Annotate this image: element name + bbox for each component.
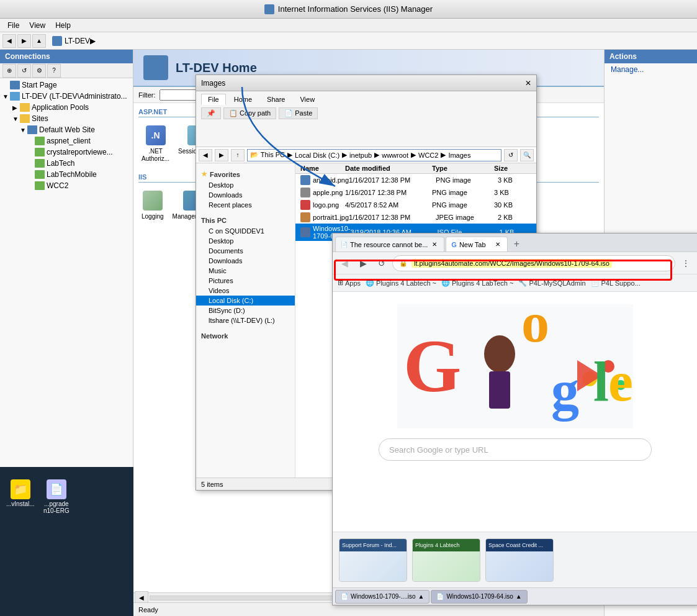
nav-forward-btn[interactable]: ▶ <box>17 34 31 48</box>
menu-help[interactable]: Help <box>50 20 76 31</box>
fe-sidebar-downloads[interactable]: Downloads <box>196 190 295 200</box>
chrome-content: G o g l e <box>333 292 697 587</box>
nav-up-btn[interactable]: ▲ <box>32 34 46 48</box>
fe-tab-view[interactable]: View <box>293 94 322 105</box>
nav-back-btn[interactable]: ◀ <box>2 34 16 48</box>
fe-sidebar-desktop[interactable]: Desktop <box>196 180 295 190</box>
sites-label: Sites <box>32 114 48 123</box>
fe-column-header: Name Date modified Type Size <box>295 163 536 174</box>
fe-pin-btn[interactable]: 📌 <box>201 107 221 119</box>
tree-item-wcc2[interactable]: WCC2 <box>0 180 133 191</box>
fe-tab-share[interactable]: Share <box>260 94 292 105</box>
tree-item-crystal[interactable]: crystalreportviewe... <box>0 147 133 158</box>
fe-network-group: Network <box>196 328 295 344</box>
fe-search-btn[interactable]: 🔍 <box>520 149 534 161</box>
tree-item-server[interactable]: ▼ LT-DEV (LT-DEV\Administrato... <box>0 91 133 102</box>
chrome-reload-btn[interactable]: ↺ <box>374 255 390 271</box>
menu-view[interactable]: View <box>24 20 50 31</box>
suppo-icon: 📄 <box>591 279 600 287</box>
action-manage[interactable]: Manage... <box>605 63 697 76</box>
thumb-support-img <box>340 551 407 582</box>
tree-item-apppools[interactable]: ▶ Application Pools <box>0 102 133 113</box>
tree-item-defaultsite[interactable]: ▼ Default Web Site <box>0 124 133 135</box>
fe-sidebar-squiddev[interactable]: C on SQUIDDEV1 <box>196 226 295 236</box>
defaultsite-label: Default Web Site <box>39 125 95 134</box>
desktop-icon-0[interactable]: 📁 ...vInstal... <box>6 479 35 507</box>
desktop-icon-1[interactable]: 📄 ...pgraden10-ERG <box>43 479 70 514</box>
conn-refresh-btn[interactable]: ↺ <box>17 64 31 78</box>
table-row[interactable]: android.png 1/16/2017 12:38 PM PNG image… <box>295 174 536 186</box>
chrome-address-bar[interactable]: 🔒 lt.plugins4automate.com/WCC2/Images/Wi… <box>392 255 675 271</box>
chrome-toolbar: ◀ ▶ ↺ 🔒 lt.plugins4automate.com/WCC2/Ima… <box>333 252 697 274</box>
conn-help-btn[interactable]: ? <box>47 64 61 78</box>
bookmark-suppo[interactable]: 📄 P4L Suppo... <box>591 279 641 287</box>
tree-item-labtechmobile[interactable]: LabTechMobile <box>0 169 133 180</box>
menu-file[interactable]: File <box>2 20 24 31</box>
fe-sidebar-desktop2[interactable]: Desktop <box>196 236 295 246</box>
fe-sidebar-documents[interactable]: Documents <box>196 246 295 256</box>
fe-sidebar-localdisk[interactable]: Local Disk (C:) <box>196 296 295 306</box>
file-date-3: 1/16/2017 12:38 PM <box>349 214 436 221</box>
tree-item-aspnet[interactable]: aspnet_client <box>0 135 133 147</box>
chrome-forward-btn[interactable]: ▶ <box>355 255 371 271</box>
fe-sidebar-pictures[interactable]: Pictures <box>196 276 295 286</box>
chrome-new-tab-btn[interactable]: + <box>509 237 524 251</box>
fe-paste-btn[interactable]: 📄 Paste <box>279 107 318 119</box>
fe-path-part6: Images <box>448 152 470 159</box>
bookmark-apps[interactable]: ⊞ Apps <box>338 279 361 287</box>
fe-tab-file[interactable]: File <box>201 94 226 105</box>
chrome-tab-0[interactable]: 📄 The resource cannot be... ✕ <box>335 237 444 251</box>
svg-text:o: o <box>521 304 549 353</box>
chrome-tab-close-1[interactable]: ✕ <box>493 240 502 249</box>
plugins2-icon: 🌐 <box>441 279 450 287</box>
bookmark-plugins1[interactable]: 🌐 Plugins 4 Labtech ~ <box>366 279 436 287</box>
dotnet-auth-btn[interactable]: .N .NETAuthoriz... <box>138 120 173 168</box>
logging-btn[interactable]: Logging <box>138 185 167 233</box>
fe-sidebar-music[interactable]: Music <box>196 266 295 276</box>
fe-sidebar-bitsync[interactable]: BitSync (D:) <box>196 306 295 315</box>
thumb-spacecoast-header: Space Coast Credit ... <box>486 539 553 551</box>
chrome-tab-1[interactable]: G New Tab ✕ <box>446 237 508 251</box>
bookmark-apps-label: Apps <box>345 279 361 287</box>
fe-sidebar-recent[interactable]: Recent places <box>196 200 295 210</box>
breadcrumb-server[interactable]: LT-DEV <box>65 37 90 45</box>
fe-close-btn[interactable]: ✕ <box>525 79 531 88</box>
svg-text:l: l <box>593 351 609 412</box>
chrome-menu-btn[interactable]: ⋮ <box>678 255 694 271</box>
bookmark-plugins2[interactable]: 🌐 Plugins 4 LabTech ~ <box>441 279 513 287</box>
fe-back-btn[interactable]: ◀ <box>199 149 212 161</box>
thumb-spacecoast[interactable]: Space Coast Credit ... <box>485 538 554 582</box>
tree-item-startpage[interactable]: Start Page <box>0 79 133 91</box>
svg-rect-3 <box>489 371 510 409</box>
chrome-bottom-tab-0[interactable]: 📄 Windows10-1709-....iso ▲ <box>335 590 429 604</box>
tree-item-labtech[interactable]: LabTech <box>0 158 133 169</box>
fe-forward-btn[interactable]: ▶ <box>215 149 228 161</box>
fe-address[interactable]: 📂 This PC ▶ Local Disk (C:) ▶ inetpub ▶ … <box>247 149 501 161</box>
chrome-tab-close-0[interactable]: ✕ <box>430 240 439 249</box>
conn-settings-btn[interactable]: ⚙ <box>32 64 46 78</box>
thumb-support[interactable]: Support Forum - Ind... <box>339 538 407 582</box>
fe-sidebar-downloads2[interactable]: Downloads <box>196 256 295 266</box>
doodle-svg: G o g l e <box>397 304 633 428</box>
google-search-placeholder: Search Google or type URL <box>389 445 488 455</box>
thumb-plugins[interactable]: Plugins 4 Labtech <box>412 538 480 582</box>
fe-copy-btn[interactable]: 📋 Copy path <box>223 107 276 119</box>
chrome-title-bar: 📄 The resource cannot be... ✕ G New Tab … <box>333 233 697 252</box>
table-row[interactable]: logo.png 4/5/2017 8:52 AM PNG image 30 K… <box>295 199 536 211</box>
google-search-box[interactable]: Search Google or type URL <box>379 438 652 461</box>
bookmark-mysql[interactable]: 🔧 P4L-MySQLAdmin <box>518 279 585 287</box>
fe-sidebar-videos[interactable]: Videos <box>196 286 295 296</box>
conn-add-btn[interactable]: ⊕ <box>2 64 16 78</box>
chrome-back-btn[interactable]: ◀ <box>336 255 353 271</box>
table-row[interactable]: portrait1.jpg 1/16/2017 12:38 PM JPEG im… <box>295 211 536 224</box>
fe-up-btn[interactable]: ↑ <box>231 149 245 161</box>
fe-tab-home[interactable]: Home <box>227 94 259 105</box>
fe-favorites-group: ★ Favorites Desktop Downloads Recent pla… <box>196 166 295 212</box>
tree-item-sites[interactable]: ▼ Sites <box>0 113 133 124</box>
chrome-bottom-tab-1[interactable]: 📄 Windows10-1709-64.iso ▲ <box>431 590 527 604</box>
fe-refresh-btn[interactable]: ↺ <box>504 149 518 161</box>
table-row[interactable]: apple.png 1/16/2017 12:38 PM PNG image 3… <box>295 186 536 199</box>
breadcrumb-arrow: ▶ <box>90 37 96 45</box>
fe-sidebar-ltshare[interactable]: ltshare (\\LT-DEV) (L:) <box>196 315 295 325</box>
filter-label: Filter: <box>138 91 156 99</box>
